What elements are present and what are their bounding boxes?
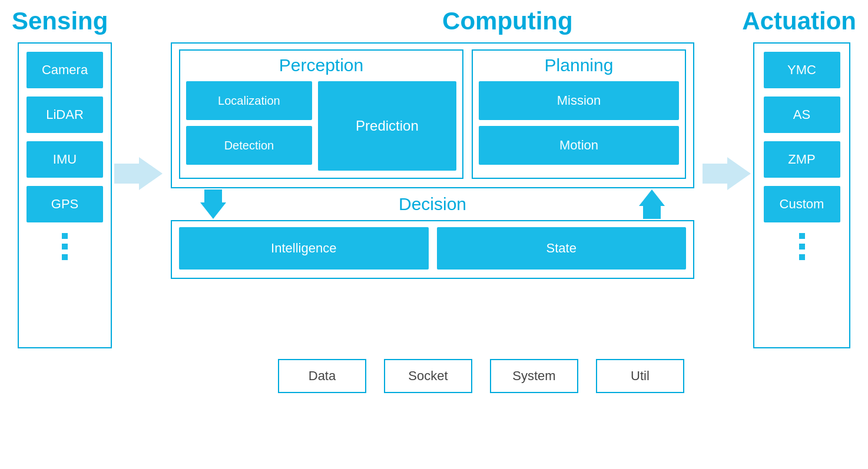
computing-section: Perception Localization Detection Predic… (171, 42, 694, 279)
zmp-box: ZMP (764, 141, 840, 178)
dot5 (799, 244, 805, 250)
actuation-column: YMC AS ZMP Custom (753, 42, 850, 348)
detection-box: Detection (186, 126, 312, 165)
sensing-title: Sensing (12, 7, 108, 35)
system-box: System (490, 359, 578, 393)
state-box: State (437, 227, 687, 270)
custom-box: Custom (764, 186, 840, 222)
arrow-head2 (727, 157, 751, 190)
arrow-head (139, 157, 163, 190)
perception-contents: Localization Detection Prediction (186, 81, 456, 171)
arrows-row: Decision (171, 188, 694, 220)
arrow-down-head (200, 202, 226, 219)
lidar-box: LiDAR (26, 97, 103, 133)
ymc-box: YMC (764, 52, 840, 88)
dot2 (62, 244, 68, 250)
socket-box: Socket (384, 359, 472, 393)
intelligence-box: Intelligence (179, 227, 429, 270)
decision-outer: Intelligence State (171, 220, 694, 279)
perception-planning-outer: Perception Localization Detection Predic… (171, 42, 694, 188)
top-labels: Sensing Computing Actuation (0, 7, 868, 35)
camera-box: Camera (26, 52, 103, 88)
sensing-column: Camera LiDAR IMU GPS (18, 42, 112, 348)
perception-label: Perception (186, 55, 456, 75)
util-box: Util (596, 359, 684, 393)
perception-box: Perception Localization Detection Predic… (179, 49, 463, 179)
arrow-up-head (639, 189, 665, 206)
perc-plan-inner: Perception Localization Detection Predic… (179, 49, 686, 179)
arrow-shaft2 (703, 164, 727, 184)
arrow-down-shaft (204, 189, 222, 202)
planning-label: Planning (479, 55, 679, 75)
dot4 (799, 233, 805, 239)
planning-box: Planning Mission Motion (472, 49, 686, 179)
actuation-title: Actuation (742, 7, 856, 35)
decision-label: Decision (399, 194, 466, 214)
mission-box: Mission (479, 81, 679, 120)
dot6 (799, 254, 805, 260)
imu-box: IMU (26, 141, 103, 178)
bottom-row: Data Socket System Util (12, 359, 856, 393)
decision-inner: Intelligence State (179, 227, 686, 270)
layout-row: Camera LiDAR IMU GPS Perception (12, 42, 856, 348)
as-box: AS (764, 97, 840, 133)
planning-contents: Mission Motion (479, 81, 679, 165)
gps-box: GPS (26, 186, 103, 222)
perception-right: Prediction (318, 81, 456, 171)
arrow-sensing-computing (114, 157, 163, 190)
arrow-down-container (200, 189, 226, 219)
main-container: Sensing Computing Actuation Camera LiDAR… (0, 0, 868, 469)
actuation-dots (799, 233, 805, 260)
sensing-dots (62, 233, 68, 260)
prediction-box: Prediction (318, 81, 456, 171)
dot1 (62, 233, 68, 239)
arrow-up-shaft (643, 206, 661, 219)
arrow-up-container (639, 189, 665, 219)
arrow-computing-actuation (703, 157, 751, 190)
data-box: Data (278, 359, 366, 393)
motion-box: Motion (479, 126, 679, 165)
arrow-shaft (114, 164, 139, 184)
perception-left: Localization Detection (186, 81, 312, 171)
localization-box: Localization (186, 81, 312, 120)
dot3 (62, 254, 68, 260)
computing-title: Computing (442, 7, 573, 35)
